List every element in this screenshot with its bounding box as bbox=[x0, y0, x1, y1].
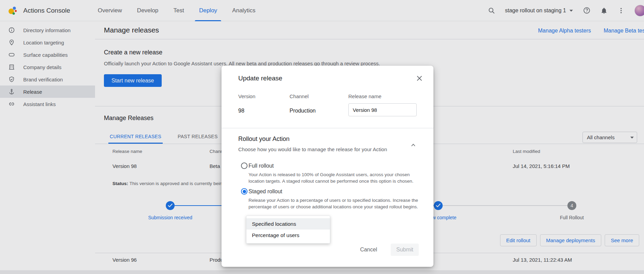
full-rollout-radio[interactable] bbox=[241, 162, 247, 169]
version-label: Version bbox=[238, 93, 255, 99]
staged-rollout-label[interactable]: Staged rollout bbox=[249, 188, 282, 195]
collapse-chevron-up-icon[interactable] bbox=[410, 142, 417, 148]
dialog-actions: Cancel Submit bbox=[360, 244, 419, 256]
rollout-section-title: Rollout your Action bbox=[238, 135, 290, 143]
channel-value: Production bbox=[290, 108, 316, 114]
dialog-divider bbox=[222, 128, 433, 128]
menu-item-percentage-of-users[interactable]: Percentage of users bbox=[246, 230, 330, 241]
release-name-input[interactable] bbox=[348, 103, 417, 116]
staged-rollout-description: Release your Action to a percentage of u… bbox=[249, 197, 421, 210]
release-name-label: Release name bbox=[348, 93, 381, 99]
staged-rollout-radio[interactable] bbox=[241, 188, 247, 195]
full-rollout-label[interactable]: Full rollout bbox=[249, 163, 274, 169]
dialog-title: Update release bbox=[238, 75, 282, 82]
update-release-dialog: Update release Version Channel Release n… bbox=[222, 66, 433, 267]
submit-button[interactable]: Submit bbox=[391, 244, 419, 256]
cancel-button[interactable]: Cancel bbox=[360, 247, 377, 253]
channel-label: Channel bbox=[290, 93, 309, 99]
menu-item-specified-locations[interactable]: Specified locations bbox=[246, 218, 330, 230]
full-rollout-description: Your Action is released to 100% of Googl… bbox=[249, 171, 421, 184]
rollout-type-menu: Specified locations Percentage of users bbox=[246, 216, 330, 244]
version-value: 98 bbox=[238, 108, 244, 114]
close-icon[interactable] bbox=[416, 75, 423, 82]
rollout-section-subtitle: Choose how you would like to manage the … bbox=[238, 146, 387, 152]
